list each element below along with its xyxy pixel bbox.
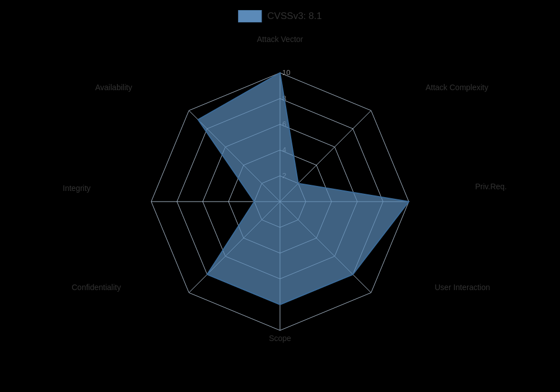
axis-label-attack-complexity: Attack Complexity — [426, 83, 488, 92]
axis-label-integrity: Integrity — [63, 184, 91, 193]
axis-label-attack-vector: Attack Vector — [257, 35, 303, 44]
radar-chart: 246810 — [0, 0, 560, 392]
axis-label-priv-req: Priv.Req. — [475, 182, 507, 191]
axis-label-availability: Availability — [95, 83, 132, 92]
axis-label-confidentiality: Confidentiality — [72, 283, 121, 292]
svg-text:10: 10 — [282, 68, 290, 77]
axis-label-user-interaction: User Interaction — [435, 283, 490, 292]
chart-container: CVSSv3: 8.1 246810 Attack Vector Attack … — [0, 0, 560, 392]
axis-label-scope: Scope — [269, 334, 291, 343]
